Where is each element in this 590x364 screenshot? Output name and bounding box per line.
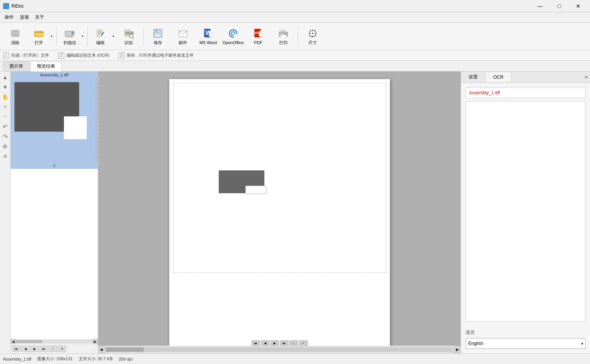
status-filename: Assembly_1.tiff [3, 357, 31, 361]
status-file-size: 文件大小: 30.7 KB [79, 356, 113, 362]
right-panel: 设置 OCR ✕ Assembly_1.tiff 语言 English Chin… [461, 72, 590, 353]
edit-label: 编辑 [96, 40, 105, 45]
scroll-right-btn[interactable]: ▶ [92, 339, 98, 344]
zoom-in-icon[interactable]: ＋ [1, 103, 10, 111]
thumb-nav-prev[interactable]: ◀ [21, 346, 30, 352]
ocr-label: 识别 [124, 40, 133, 45]
ocr-button[interactable]: OCR 识别 [116, 25, 141, 48]
svg-rect-11 [66, 33, 71, 34]
svg-point-53 [312, 33, 313, 34]
selection-rect [173, 83, 386, 273]
svg-rect-50 [280, 35, 286, 38]
scroll-down-icon[interactable]: ▼ [1, 83, 10, 91]
ocr-text-area[interactable] [466, 101, 585, 322]
svg-line-21 [133, 37, 134, 38]
page-next-btn[interactable]: ▶ [270, 340, 279, 346]
thumbnail-page-num: 1 [11, 162, 98, 169]
word-icon: W [202, 27, 214, 40]
separator-2 [87, 27, 87, 46]
tab-preview[interactable]: 预览结果 [30, 61, 62, 72]
thumb-nav-next[interactable]: ▶ [30, 346, 39, 352]
print-button[interactable]: 打印 [271, 25, 296, 48]
step-1-label: 扫描（打开的）文件 [11, 52, 49, 58]
title-bar: RiDoc — □ ✕ [0, 0, 590, 12]
svg-rect-12 [72, 32, 73, 34]
ruler-button[interactable]: 尺寸 [301, 25, 325, 48]
settings-icon[interactable]: ⚙ [1, 142, 10, 151]
save-button[interactable]: 保存 [146, 25, 170, 48]
ocr-tab[interactable]: OCR [486, 72, 512, 82]
minimize-button[interactable]: — [531, 0, 549, 12]
right-panel-close-button[interactable]: ✕ [582, 72, 590, 83]
clear-label: 清除 [11, 40, 19, 45]
status-dpi: 200 dpi [119, 357, 132, 361]
scroll-left-btn[interactable]: ◀ [11, 339, 16, 344]
open-arrow-button[interactable]: ▾ [49, 25, 54, 48]
rotate-right-icon[interactable]: ↷ [1, 132, 10, 141]
scroll-thumb [16, 340, 43, 343]
tabs-bar: 图片库 预览结果 [0, 61, 590, 72]
right-panel-tabs: 设置 OCR ✕ [461, 72, 590, 83]
scan-icon [64, 27, 76, 40]
scanner-button[interactable]: 扫描仪 [59, 25, 80, 48]
remove-icon[interactable]: ✕ [1, 152, 10, 161]
thumb-nav-add[interactable]: + [49, 346, 57, 352]
thumb-nav-first[interactable]: ⏮ [12, 346, 21, 352]
edit-button[interactable]: 编辑 [90, 25, 111, 48]
scanner-arrow-button[interactable]: ▾ [80, 25, 85, 48]
step-3-label: 保存、打印并通过电子邮件发送文件 [127, 52, 194, 58]
rotate-left-icon[interactable]: ↶ [1, 122, 10, 131]
page-first-btn[interactable]: ⏮ [251, 340, 260, 346]
hand-tool-icon[interactable]: ✋ [1, 93, 10, 101]
clear-button[interactable]: 清除 [3, 25, 27, 48]
openoffice-button[interactable]: OpenOffice [221, 25, 245, 48]
app-icon [3, 3, 9, 9]
settings-tab[interactable]: 设置 [461, 72, 486, 83]
thumbnail-hscrollbar[interactable]: ◀ ▶ [11, 339, 98, 344]
menu-options[interactable]: 选项 [17, 13, 32, 22]
page-prev-btn[interactable]: ◀ [261, 340, 269, 346]
thumb-nav-last[interactable]: ⏭ [40, 346, 48, 352]
open-button[interactable]: 打开 [28, 25, 49, 48]
main-area: ▲ ▼ ✋ ＋ － ↶ ↷ ⚙ ✕ Assembly_1.tiff 1 ◀ [0, 72, 590, 353]
thumbnail-filename: Assembly_1.tiff [11, 72, 98, 78]
page-last-btn[interactable]: ⏭ [280, 340, 288, 346]
language-label: 语言 [466, 329, 585, 336]
preview-scroll-track [106, 347, 453, 352]
title-bar-controls: — □ ✕ [531, 0, 587, 12]
thumbnail-image [11, 78, 98, 162]
preview-scroll-left[interactable]: ◀ [98, 346, 105, 353]
preview-page [169, 79, 390, 353]
language-select[interactable]: English Chinese German French Russian Ja… [466, 338, 585, 349]
preview-scroll-right[interactable]: ▶ [454, 346, 461, 353]
page-minus-btn[interactable]: − [289, 340, 298, 346]
menu-action[interactable]: 操作 [2, 13, 17, 22]
scanner-label: 扫描仪 [64, 40, 76, 45]
ruler-icon [307, 27, 319, 40]
preview-hscrollbar[interactable]: ◀ ▶ [98, 346, 461, 353]
edit-arrow-button[interactable]: ▾ [111, 25, 116, 48]
thumbnail-item[interactable]: Assembly_1.tiff 1 [11, 72, 98, 169]
zoom-out-icon[interactable]: － [1, 113, 10, 121]
msword-button[interactable]: W MS Word [196, 25, 220, 48]
tab-gallery[interactable]: 图片库 [3, 61, 30, 71]
scroll-up-icon[interactable]: ▲ [1, 73, 10, 81]
maximize-button[interactable]: □ [550, 0, 568, 12]
ocr-icon: OCR [122, 27, 135, 40]
clear-icon [9, 27, 21, 40]
step-2: 2 编辑或识别文本 (OCR) [58, 52, 109, 59]
thumb-nav-del[interactable]: ✕ [58, 346, 66, 352]
step-2-label: 编辑或识别文本 (OCR) [67, 52, 109, 58]
step-3: 3 保存、打印并通过电子邮件发送文件 [118, 52, 194, 59]
status-image-size: 图像大小: 238x131 [37, 356, 72, 362]
save-icon [152, 27, 164, 40]
pdf-button[interactable]: PDF PDF [246, 25, 270, 48]
menu-about[interactable]: 关于 [32, 13, 47, 22]
svg-rect-51 [285, 33, 286, 34]
mail-button[interactable]: 邮件 [171, 25, 195, 48]
svg-rect-10 [66, 33, 71, 33]
close-button[interactable]: ✕ [569, 0, 587, 12]
page-plus-btn[interactable]: + [299, 340, 307, 346]
language-select-wrapper: English Chinese German French Russian Ja… [466, 338, 585, 349]
edit-button-group: 编辑 ▾ [90, 25, 116, 48]
